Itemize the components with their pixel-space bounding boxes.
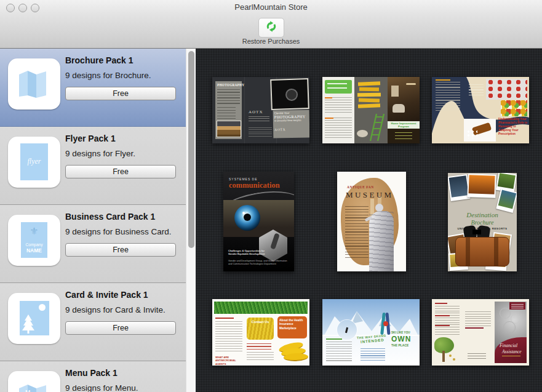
sidebar-scrollbar-thumb[interactable] [188, 51, 194, 248]
card-icon-name-label: NAME [21, 247, 47, 254]
grass-photo [498, 173, 516, 189]
orange-info-box: About the Health Insurance Marketplace [277, 316, 307, 338]
text-lines [345, 206, 369, 259]
sidebar-item-business-card-pack[interactable]: ⚜ Company NAME Business Card Pack 1 9 de… [0, 205, 196, 283]
suitcase-strap [466, 238, 470, 266]
paint-swatch [357, 93, 381, 97]
fleur-de-lis-icon: ⚜ [21, 225, 47, 237]
binoculars-bridge [472, 230, 481, 234]
thumbnail-photography-brochure[interactable]: PHOTOGRAPHY AOTX Elevate Your PHOTOGRAPH… [212, 77, 309, 143]
business-card-icon: ⚜ Company NAME [21, 222, 47, 258]
sidebar-item-card-invite-pack[interactable]: Card & Invite Pack 1 9 designs for Card … [0, 283, 196, 361]
free-button[interactable]: Free [65, 87, 176, 100]
finger-shape [270, 233, 280, 249]
pack-list-sidebar: Brochure Pack 1 9 designs for Brochure. … [0, 49, 196, 392]
sidebar-item-brochure-pack[interactable]: Brochure Pack 1 9 designs for Brochure. … [0, 49, 196, 127]
cta-line-1: SKI LIKE YOU [391, 331, 410, 334]
text-lines [217, 89, 240, 105]
destination-title-1: Destination [448, 211, 517, 218]
cta-line-2: OWN [391, 335, 411, 343]
brand-footer: AOTX [274, 127, 308, 132]
museum-kicker: ANTIQUE FAN [347, 185, 374, 189]
paint-swatch [358, 81, 380, 86]
iris-shape [234, 205, 260, 231]
restore-purchases-label: Restore Purchases [0, 38, 542, 45]
pack-subtitle: 9 designs for Menu. [65, 383, 138, 392]
greeting-card-icon [20, 301, 49, 335]
phone-line-bar [465, 327, 484, 329]
menu-icon-label: M [25, 390, 30, 392]
suitcase-strap [494, 238, 498, 266]
restore-purchases-button[interactable] [258, 18, 284, 38]
pack-subtitle: 9 designs for Flyer. [65, 149, 135, 158]
thumbnail-pharmacist-brochure[interactable]: Understanding Your Pharmacist's Role in … [432, 77, 529, 143]
destination-title-2: Brochure [448, 219, 517, 226]
text-lines [247, 352, 274, 362]
text-lines [395, 132, 412, 140]
pack-icon-tile: flyer [8, 137, 60, 188]
desert-photo [217, 121, 241, 137]
sync-arrows-icon [265, 20, 277, 35]
text-lines [217, 107, 236, 121]
pill-bottle-photo [464, 119, 496, 142]
polaroid-photo [467, 174, 496, 198]
text-lines [326, 342, 352, 362]
free-button[interactable]: Free [65, 243, 176, 257]
thumbnail-financial-brochure[interactable]: Financial Assistance [432, 299, 529, 366]
thumbnail-ski-brochure[interactable]: THE WAY SKIING INTENDED SKI LIKE YOU OWN… [322, 299, 420, 366]
card-icon-company-label: Company [21, 242, 47, 247]
financial-title-1: Financial [500, 343, 527, 348]
free-button[interactable]: Free [65, 165, 176, 178]
poster-footer-1: Challenges & Opportunities for Gender Eq… [228, 249, 269, 255]
eye-glint [242, 212, 245, 214]
money-tree-trunk [442, 351, 445, 362]
free-button[interactable]: Free [65, 321, 176, 335]
paint-swatch [359, 98, 380, 102]
poster-title: communication [229, 181, 280, 190]
footer-panel [388, 129, 420, 143]
flyer-icon-label: flyer [20, 157, 48, 166]
museum-title: MUSEUM [346, 190, 393, 200]
red-heading-bar [435, 315, 450, 316]
thumbnail-home-improvement-brochure[interactable]: Home Improvement Program [322, 77, 420, 143]
ski-binding [383, 321, 388, 326]
lamp-shape [406, 83, 416, 85]
sidebar-scrollbar-track[interactable] [186, 49, 196, 392]
gold-accent-line [502, 356, 520, 356]
tagline-sub: to Beautiful New Heights [274, 119, 308, 122]
paint-roller [357, 130, 368, 137]
pack-subtitle: 9 designs for Card & Invite. [65, 305, 165, 314]
chair-shape [393, 104, 405, 113]
coin-dot [449, 354, 452, 357]
capsules-shape [466, 130, 477, 138]
thumbnail-health-insurance-brochure[interactable]: WHAT ARE ANTIMICROBIAL AGENTS Contact Us… [212, 299, 309, 366]
sidebar-item-flyer-pack[interactable]: flyer Flyer Pack 1 9 designs for Flyer. … [0, 127, 196, 205]
text-lines [325, 118, 352, 140]
middle-panel [354, 77, 388, 143]
green-header-box [325, 80, 352, 94]
red-link-lines [247, 343, 271, 350]
pack-title: Flyer Pack 1 [65, 134, 116, 143]
pack-title: Card & Invite Pack 1 [65, 290, 148, 300]
coin-dot [453, 358, 455, 361]
text-lines [469, 84, 484, 95]
thumbnail-destination-brochure[interactable]: Destination Brochure UNIVERSAL PARKS & R… [448, 173, 517, 271]
sunset-biker-photo [469, 175, 495, 194]
text-lines [327, 83, 347, 90]
interior-photo [388, 77, 420, 121]
skier-shape [345, 327, 348, 333]
drapery-texture [369, 211, 394, 271]
sidebar-item-menu-pack[interactable]: M Menu Pack 1 9 designs for Menu. Free [0, 361, 196, 392]
pack-icon-tile [8, 58, 60, 110]
skier-circle-photo [337, 320, 357, 340]
paint-swatch [358, 103, 380, 108]
text-lines [436, 82, 460, 113]
thumbnail-museum-flyer[interactable]: ANTIQUE FAN MUSEUM [337, 172, 406, 271]
pack-title: Menu Pack 1 [65, 368, 118, 378]
financial-title-2: Assistance [502, 349, 527, 354]
polaroid-photo [496, 188, 517, 213]
thumbnail-communication-poster[interactable]: SYSTEMES DE communication Challenges & O… [223, 172, 294, 271]
pack-subtitle: 9 designs for Brochure. [65, 71, 151, 80]
heading-highlight [436, 79, 450, 81]
coin-circle [503, 321, 516, 334]
